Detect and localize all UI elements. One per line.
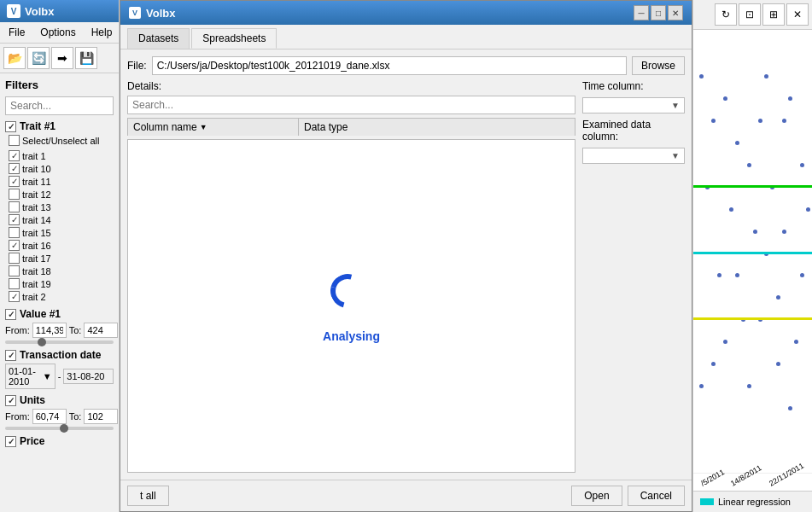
examined-column-label: Examined data column: <box>582 119 685 143</box>
chart-line <box>693 317 812 320</box>
tab-datasets[interactable]: Datasets <box>127 28 190 49</box>
menu-file[interactable]: File <box>5 25 28 40</box>
trait-filter-group: Trait #1 Select/Unselect all trait 1 tra… <box>5 120 114 303</box>
trait-checkbox[interactable] <box>9 278 20 289</box>
refresh-button[interactable]: 🔄 <box>27 47 50 69</box>
dialog-minimize-button[interactable]: ─ <box>634 5 649 20</box>
trait-checkbox[interactable] <box>9 240 20 251</box>
app-toolbar: 📂 🔄 ➡ 💾 <box>0 44 119 73</box>
value-filter-group: Value #1 From: To: <box>5 308 114 344</box>
chart-dot <box>794 340 798 344</box>
chart-dot <box>782 119 786 123</box>
list-item: trait 17 <box>9 252 114 265</box>
chart-x-axis: /5/2011 14/8/2011 22/11/2011 <box>693 473 812 491</box>
export-button[interactable]: ➡ <box>51 47 73 69</box>
save-button[interactable]: 💾 <box>75 47 97 69</box>
units-from-label: From: <box>5 411 30 422</box>
browse-button[interactable]: Browse <box>632 56 685 75</box>
trait-checkbox[interactable] <box>9 163 20 174</box>
examined-column-dropdown[interactable]: ▼ <box>582 148 685 164</box>
value-to-label: To: <box>69 325 82 335</box>
chart-dot <box>699 74 704 79</box>
chart-line <box>693 185 812 188</box>
date-from-input[interactable]: 01-01-2010 ▼ <box>5 364 55 389</box>
details-right: Time column: ▼ Examined data column: ▼ <box>582 80 685 473</box>
trait-group-checkbox[interactable] <box>5 121 16 132</box>
chart-toolbar: ↻ ⊡ ⊞ ✕ <box>693 0 812 30</box>
chart-copy-button[interactable]: ⊡ <box>739 3 761 26</box>
chart-panel: ↻ ⊡ ⊞ ✕ /5/2011 14/8/2011 22/11/2011 Lin… <box>692 0 812 512</box>
select-all-checkbox[interactable] <box>9 135 20 146</box>
value-to-input[interactable] <box>84 323 118 338</box>
date-from-arrow: ▼ <box>43 371 52 381</box>
details-search-input[interactable] <box>127 96 575 114</box>
units-slider-thumb[interactable] <box>60 424 68 433</box>
menu-help[interactable]: Help <box>88 25 116 40</box>
trait-group-header: Trait #1 <box>5 120 114 132</box>
chart-dot <box>747 163 751 167</box>
open-folder-button[interactable]: 📂 <box>3 47 26 69</box>
sort-icon: ▼ <box>200 123 207 131</box>
date-to-input[interactable]: 31-08-20 <box>63 369 114 384</box>
file-path-input[interactable] <box>152 56 627 75</box>
trait-checkbox[interactable] <box>9 150 20 161</box>
spinner-arc-bottom <box>324 267 371 314</box>
list-item: trait 12 <box>9 188 114 201</box>
value-from-input[interactable] <box>32 323 67 338</box>
trait-checkbox[interactable] <box>9 214 20 225</box>
open-button[interactable]: Open <box>571 486 622 506</box>
trait-checkbox[interactable] <box>9 265 20 276</box>
trait-checkbox[interactable] <box>9 227 20 238</box>
chart-expand-button[interactable]: ⊞ <box>762 3 785 26</box>
value-slider[interactable] <box>5 340 114 344</box>
value-group-checkbox[interactable] <box>5 309 16 320</box>
date-group-checkbox[interactable] <box>5 350 16 361</box>
trait-checkbox[interactable] <box>9 291 20 302</box>
data-type-header: Data type <box>299 119 575 136</box>
select-all-button[interactable]: t all <box>127 486 169 506</box>
trait-checkbox[interactable] <box>9 201 20 212</box>
units-to-label: To: <box>69 411 82 422</box>
trait-checkbox[interactable] <box>9 189 20 200</box>
chart-dot <box>776 295 780 300</box>
list-item: trait 11 <box>9 175 114 188</box>
trait-list: trait 1 trait 10 trait 11 trait 12 trait… <box>5 149 114 303</box>
app-logo: V <box>7 4 20 18</box>
chart-refresh-button[interactable]: ↻ <box>715 3 737 26</box>
units-group-checkbox[interactable] <box>5 395 16 406</box>
legend-color-swatch <box>700 498 714 505</box>
price-group-checkbox[interactable] <box>5 436 16 447</box>
units-slider[interactable] <box>5 427 114 430</box>
list-item: trait 15 <box>9 226 114 239</box>
list-item: trait 14 <box>9 213 114 226</box>
filters-search-input[interactable] <box>5 96 114 115</box>
table-body: Analysing <box>127 139 575 473</box>
cancel-button[interactable]: Cancel <box>628 486 685 506</box>
dialog-maximize-button[interactable]: □ <box>651 5 666 20</box>
date-group-header: Transaction date <box>5 349 114 361</box>
value-slider-thumb[interactable] <box>38 338 46 346</box>
menubar: File Options Help <box>0 22 119 44</box>
units-group-header: Units <box>5 394 114 406</box>
app-sidebar: V Volbx File Options Help 📂 🔄 ➡ 💾 Filter… <box>0 0 120 512</box>
list-item: trait 19 <box>9 277 114 290</box>
units-to-input[interactable] <box>84 409 118 424</box>
table-header: Column name ▼ Data type <box>127 118 575 136</box>
tab-spreadsheets[interactable]: Spreadsheets <box>191 28 277 49</box>
details-label: Details: <box>127 80 575 92</box>
chart-dot <box>776 362 780 366</box>
chart-dot <box>788 406 792 410</box>
trait-checkbox[interactable] <box>9 253 20 264</box>
chart-dot <box>699 384 704 388</box>
date-to-value: 31-08-20 <box>67 371 104 381</box>
trait-checkbox[interactable] <box>9 176 20 187</box>
units-from-input[interactable] <box>32 409 67 424</box>
menu-options[interactable]: Options <box>37 25 79 40</box>
dialog-close-button[interactable]: ✕ <box>668 5 683 20</box>
chart-close-button[interactable]: ✕ <box>786 3 809 26</box>
dialog-title-left: V Volbx <box>129 7 175 20</box>
chart-dot <box>753 230 757 234</box>
chart-dot <box>711 119 716 123</box>
details-left: Details: Column name ▼ Data type <box>127 80 575 473</box>
time-column-dropdown[interactable]: ▼ <box>582 97 685 113</box>
